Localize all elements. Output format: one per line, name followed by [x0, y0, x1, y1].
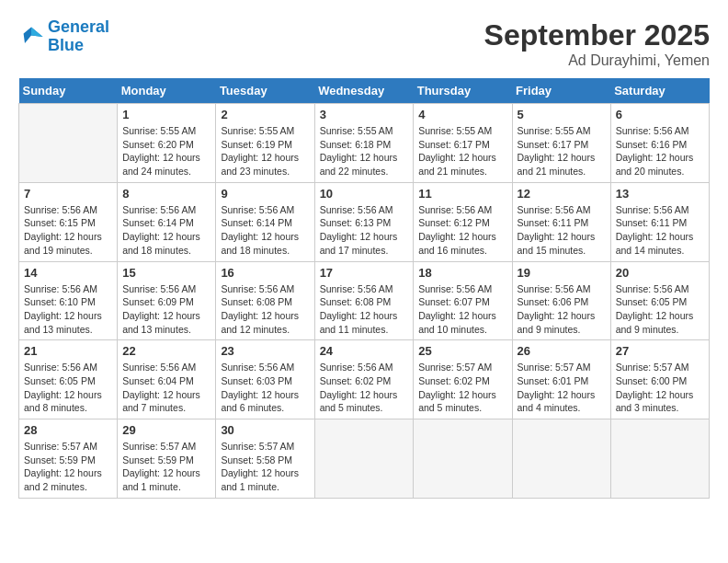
day-number: 9	[221, 187, 309, 201]
day-info: Sunrise: 5:57 AMSunset: 5:59 PMDaylight:…	[122, 440, 210, 494]
calendar-cell: 1Sunrise: 5:55 AMSunset: 6:20 PMDaylight…	[118, 104, 216, 183]
day-info: Sunrise: 5:56 AMSunset: 6:08 PMDaylight:…	[320, 282, 409, 337]
calendar-cell: 8Sunrise: 5:56 AMSunset: 6:14 PMDaylight…	[118, 182, 216, 261]
day-info: Sunrise: 5:56 AMSunset: 6:11 PMDaylight:…	[616, 203, 704, 258]
day-number: 7	[24, 187, 112, 201]
day-info: Sunrise: 5:55 AMSunset: 6:17 PMDaylight:…	[418, 124, 506, 178]
calendar-cell	[314, 419, 414, 499]
day-number: 15	[122, 266, 210, 280]
day-info: Sunrise: 5:55 AMSunset: 6:19 PMDaylight:…	[221, 124, 309, 178]
day-info: Sunrise: 5:55 AMSunset: 6:17 PMDaylight:…	[518, 124, 606, 178]
calendar-week-row: 1Sunrise: 5:55 AMSunset: 6:20 PMDaylight…	[19, 104, 710, 183]
day-info: Sunrise: 5:56 AMSunset: 6:09 PMDaylight:…	[122, 282, 210, 337]
calendar-cell: 29Sunrise: 5:57 AMSunset: 5:59 PMDayligh…	[118, 419, 216, 499]
day-info: Sunrise: 5:57 AMSunset: 6:00 PMDaylight:…	[616, 361, 704, 415]
day-info: Sunrise: 5:56 AMSunset: 6:16 PMDaylight:…	[616, 124, 704, 178]
weekday-header: Sunday	[19, 78, 118, 104]
calendar-cell: 28Sunrise: 5:57 AMSunset: 5:59 PMDayligh…	[19, 419, 118, 499]
calendar-cell: 3Sunrise: 5:55 AMSunset: 6:18 PMDaylight…	[314, 104, 414, 183]
day-number: 20	[616, 266, 704, 280]
day-number: 25	[418, 344, 506, 358]
calendar-week-row: 21Sunrise: 5:56 AMSunset: 6:05 PMDayligh…	[19, 340, 710, 419]
calendar-cell: 11Sunrise: 5:56 AMSunset: 6:12 PMDayligh…	[414, 182, 512, 261]
location-title: Ad Durayhimi, Yemen	[484, 52, 710, 69]
calendar-cell	[512, 419, 610, 499]
calendar-cell: 16Sunrise: 5:56 AMSunset: 6:08 PMDayligh…	[216, 261, 314, 340]
day-info: Sunrise: 5:56 AMSunset: 6:02 PMDaylight:…	[320, 361, 409, 415]
day-number: 11	[418, 187, 506, 201]
calendar-cell: 19Sunrise: 5:56 AMSunset: 6:06 PMDayligh…	[512, 261, 610, 340]
calendar-cell: 12Sunrise: 5:56 AMSunset: 6:11 PMDayligh…	[512, 182, 610, 261]
calendar-cell: 27Sunrise: 5:57 AMSunset: 6:00 PMDayligh…	[610, 340, 709, 419]
day-number: 13	[616, 187, 704, 201]
day-info: Sunrise: 5:55 AMSunset: 6:18 PMDaylight:…	[320, 124, 409, 178]
day-number: 18	[418, 266, 506, 280]
calendar-cell: 5Sunrise: 5:55 AMSunset: 6:17 PMDaylight…	[512, 104, 610, 183]
calendar-cell: 9Sunrise: 5:56 AMSunset: 6:14 PMDaylight…	[216, 182, 314, 261]
day-info: Sunrise: 5:56 AMSunset: 6:15 PMDaylight:…	[24, 203, 112, 258]
day-number: 30	[221, 423, 309, 437]
calendar-cell	[610, 419, 709, 499]
day-number: 27	[616, 344, 704, 358]
day-info: Sunrise: 5:56 AMSunset: 6:13 PMDaylight:…	[320, 203, 409, 258]
day-info: Sunrise: 5:55 AMSunset: 6:20 PMDaylight:…	[122, 124, 210, 178]
day-info: Sunrise: 5:57 AMSunset: 6:02 PMDaylight:…	[418, 361, 506, 415]
day-info: Sunrise: 5:56 AMSunset: 6:10 PMDaylight:…	[24, 282, 112, 337]
day-info: Sunrise: 5:57 AMSunset: 5:58 PMDaylight:…	[221, 440, 309, 494]
day-info: Sunrise: 5:56 AMSunset: 6:05 PMDaylight:…	[616, 282, 704, 337]
day-number: 4	[418, 108, 506, 121]
calendar-cell: 20Sunrise: 5:56 AMSunset: 6:05 PMDayligh…	[610, 261, 709, 340]
day-number: 22	[122, 344, 210, 358]
day-number: 2	[221, 108, 309, 121]
calendar-cell: 21Sunrise: 5:56 AMSunset: 6:05 PMDayligh…	[19, 340, 118, 419]
calendar-cell: 18Sunrise: 5:56 AMSunset: 6:07 PMDayligh…	[414, 261, 512, 340]
calendar-cell: 22Sunrise: 5:56 AMSunset: 6:04 PMDayligh…	[118, 340, 216, 419]
calendar-week-row: 14Sunrise: 5:56 AMSunset: 6:10 PMDayligh…	[19, 261, 710, 340]
logo-text: GeneralBlue	[48, 18, 109, 55]
weekday-header: Wednesday	[314, 78, 414, 104]
day-info: Sunrise: 5:56 AMSunset: 6:04 PMDaylight:…	[122, 361, 210, 415]
calendar-cell: 15Sunrise: 5:56 AMSunset: 6:09 PMDayligh…	[118, 261, 216, 340]
logo: GeneralBlue	[18, 18, 109, 55]
calendar-cell: 7Sunrise: 5:56 AMSunset: 6:15 PMDaylight…	[19, 182, 118, 261]
page-header: GeneralBlue September 2025 Ad Durayhimi,…	[18, 18, 710, 69]
day-number: 1	[122, 108, 210, 121]
calendar-cell	[19, 104, 118, 183]
day-number: 24	[320, 344, 409, 358]
day-number: 19	[518, 266, 606, 280]
calendar-cell: 30Sunrise: 5:57 AMSunset: 5:58 PMDayligh…	[216, 419, 314, 499]
day-info: Sunrise: 5:56 AMSunset: 6:03 PMDaylight:…	[221, 361, 309, 415]
calendar-table: SundayMondayTuesdayWednesdayThursdayFrid…	[18, 78, 710, 499]
day-info: Sunrise: 5:57 AMSunset: 6:01 PMDaylight:…	[518, 361, 606, 415]
day-number: 10	[320, 187, 409, 201]
day-number: 21	[24, 344, 112, 358]
calendar-cell: 14Sunrise: 5:56 AMSunset: 6:10 PMDayligh…	[19, 261, 118, 340]
day-number: 29	[122, 423, 210, 437]
svg-marker-1	[31, 27, 43, 37]
day-info: Sunrise: 5:56 AMSunset: 6:06 PMDaylight:…	[518, 282, 606, 337]
calendar-cell: 23Sunrise: 5:56 AMSunset: 6:03 PMDayligh…	[216, 340, 314, 419]
day-info: Sunrise: 5:56 AMSunset: 6:14 PMDaylight:…	[122, 203, 210, 258]
day-info: Sunrise: 5:56 AMSunset: 6:12 PMDaylight:…	[418, 203, 506, 258]
weekday-header: Friday	[512, 78, 610, 104]
calendar-cell: 2Sunrise: 5:55 AMSunset: 6:19 PMDaylight…	[216, 104, 314, 183]
weekday-header: Thursday	[414, 78, 512, 104]
calendar-cell: 25Sunrise: 5:57 AMSunset: 6:02 PMDayligh…	[414, 340, 512, 419]
day-number: 12	[518, 187, 606, 201]
day-number: 26	[518, 344, 606, 358]
day-info: Sunrise: 5:57 AMSunset: 5:59 PMDaylight:…	[24, 440, 112, 494]
calendar-cell	[414, 419, 512, 499]
day-info: Sunrise: 5:56 AMSunset: 6:05 PMDaylight:…	[24, 361, 112, 415]
day-number: 17	[320, 266, 409, 280]
day-number: 3	[320, 108, 409, 121]
calendar-week-row: 7Sunrise: 5:56 AMSunset: 6:15 PMDaylight…	[19, 182, 710, 261]
calendar-cell: 13Sunrise: 5:56 AMSunset: 6:11 PMDayligh…	[610, 182, 709, 261]
logo-icon	[18, 24, 44, 50]
day-number: 6	[616, 108, 704, 121]
calendar-cell: 17Sunrise: 5:56 AMSunset: 6:08 PMDayligh…	[314, 261, 414, 340]
month-title: September 2025	[484, 18, 710, 52]
day-number: 28	[24, 423, 112, 437]
day-info: Sunrise: 5:56 AMSunset: 6:08 PMDaylight:…	[221, 282, 309, 337]
day-number: 8	[122, 187, 210, 201]
day-number: 5	[518, 108, 606, 121]
